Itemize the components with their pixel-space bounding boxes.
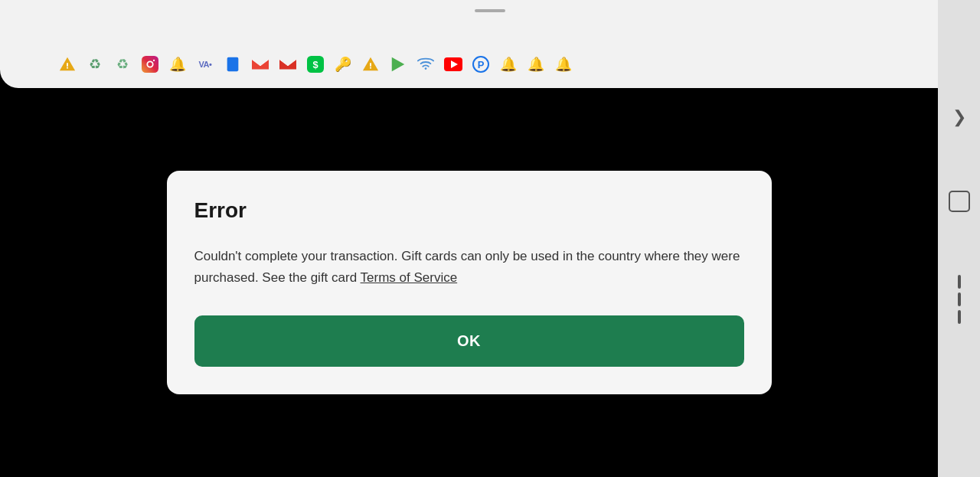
svg-rect-3 <box>227 57 239 71</box>
ok-button[interactable]: OK <box>194 315 744 367</box>
line1 <box>958 275 961 289</box>
square-button[interactable] <box>949 191 970 212</box>
main-area: Error Couldn't complete your transaction… <box>0 88 938 477</box>
bell3-icon[interactable]: 🔔 <box>526 54 546 74</box>
dialog-message: Couldn't complete your transaction. Gift… <box>194 246 744 287</box>
key-icon[interactable]: 🔑 <box>333 54 353 74</box>
bell4-icon[interactable]: 🔔 <box>554 54 573 74</box>
svg-text:$: $ <box>312 59 318 70</box>
right-nav: ❯ <box>938 0 980 477</box>
recycle2-icon[interactable]: ♻ <box>113 54 132 74</box>
va-icon[interactable]: VA• <box>195 54 215 74</box>
line2 <box>958 292 961 306</box>
line3 <box>958 310 961 324</box>
youtube-icon[interactable] <box>443 54 463 74</box>
recycle1-icon[interactable]: ♻ <box>85 54 105 74</box>
wifi-icon[interactable] <box>416 54 436 74</box>
keep-icon[interactable] <box>223 54 243 74</box>
top-bar: ♻ ♻ 🔔 VA• <box>0 0 980 88</box>
svg-point-2 <box>153 60 155 61</box>
svg-point-6 <box>425 67 427 70</box>
terms-of-service-link[interactable]: Terms of Service <box>361 270 458 285</box>
bell1-icon[interactable]: 🔔 <box>168 54 188 74</box>
chevron-icon[interactable]: ❯ <box>952 107 966 127</box>
warning-icon[interactable] <box>57 54 77 74</box>
lines-button[interactable] <box>958 275 961 324</box>
gmail-m-icon[interactable] <box>278 54 298 74</box>
bell2-icon[interactable]: 🔔 <box>498 54 518 74</box>
play-store-icon[interactable] <box>388 54 408 74</box>
gmail-red-icon[interactable] <box>250 54 270 74</box>
dialog-title: Error <box>194 198 744 223</box>
drag-handle[interactable] <box>475 9 505 12</box>
parking-icon[interactable]: P <box>471 54 491 74</box>
instagram-icon[interactable] <box>140 54 160 74</box>
svg-rect-0 <box>142 56 158 73</box>
warning2-icon[interactable] <box>361 54 381 74</box>
cashapp-icon[interactable]: $ <box>305 54 325 74</box>
error-dialog: Error Couldn't complete your transaction… <box>167 171 772 394</box>
dialog-message-text: Couldn't complete your transaction. Gift… <box>194 249 740 284</box>
